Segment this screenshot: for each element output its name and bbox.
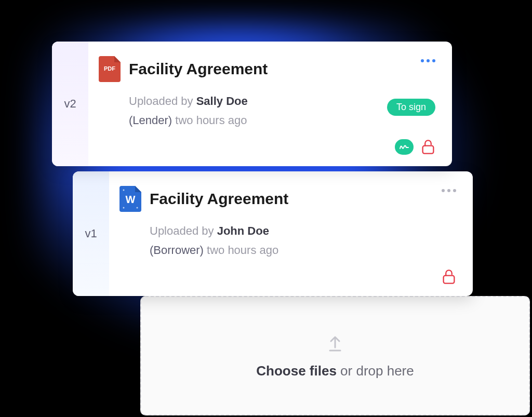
pdf-icon: PDF <box>99 56 121 82</box>
role-close: ) <box>200 244 207 257</box>
title-row: PDF Facility Agreement <box>99 56 435 82</box>
word-doc-icon: W <box>119 186 141 212</box>
signature-button[interactable] <box>395 139 414 155</box>
lock-icon[interactable] <box>421 139 435 155</box>
file-dropzone[interactable]: Choose files or drop here <box>140 296 530 415</box>
time-ago: two hours ago <box>207 244 278 257</box>
document-title: Facility Agreement <box>129 60 268 78</box>
time-ago: two hours ago <box>175 114 247 127</box>
uploaded-prefix: Uploaded by <box>150 224 217 237</box>
more-icon[interactable] <box>421 59 435 62</box>
document-card[interactable]: v1 W Facility Agreement Uploaded by John… <box>73 171 473 296</box>
card-body: PDF Facility Agreement Uploaded by Sally… <box>88 42 452 166</box>
role-close: ) <box>168 114 175 127</box>
uploader-role: Borrower <box>153 244 200 257</box>
signature-icon <box>399 143 409 151</box>
uploaded-prefix: Uploaded by <box>129 95 196 107</box>
document-card[interactable]: v2 PDF Facility Agreement Uploaded by Sa… <box>52 42 452 166</box>
version-label: v1 <box>85 227 97 240</box>
document-stack: v2 PDF Facility Agreement Uploaded by Sa… <box>52 42 473 296</box>
uploader-name: Sally Doe <box>196 95 248 107</box>
card-menu[interactable] <box>442 189 456 192</box>
svg-rect-1 <box>423 146 434 154</box>
dropzone-rest: or drop here <box>337 363 414 379</box>
svg-text:PDF: PDF <box>104 65 115 72</box>
document-meta: Uploaded by John Doe (Borrower) two hour… <box>150 221 456 260</box>
dropzone-bold: Choose files <box>256 363 337 379</box>
more-icon[interactable] <box>442 189 456 192</box>
document-title: Facility Agreement <box>150 190 288 208</box>
version-tab: v1 <box>73 171 109 296</box>
status-badge: To sign <box>387 99 435 116</box>
version-label: v2 <box>64 97 76 111</box>
card-body: W Facility Agreement Uploaded by John Do… <box>109 171 473 296</box>
card-actions <box>395 139 435 155</box>
svg-point-3 <box>123 190 125 191</box>
card-actions <box>442 269 456 285</box>
version-tab: v2 <box>52 42 88 166</box>
dropzone-label: Choose files or drop here <box>256 363 414 379</box>
svg-point-5 <box>137 207 138 209</box>
upload-icon <box>325 333 345 354</box>
lock-icon[interactable] <box>442 269 456 285</box>
card-menu[interactable] <box>421 59 435 62</box>
uploader-role: Lender <box>132 114 168 127</box>
svg-text:W: W <box>126 194 136 205</box>
svg-point-4 <box>123 207 125 209</box>
title-row: W Facility Agreement <box>119 186 456 212</box>
uploader-name: John Doe <box>217 224 269 237</box>
svg-rect-6 <box>444 276 455 284</box>
